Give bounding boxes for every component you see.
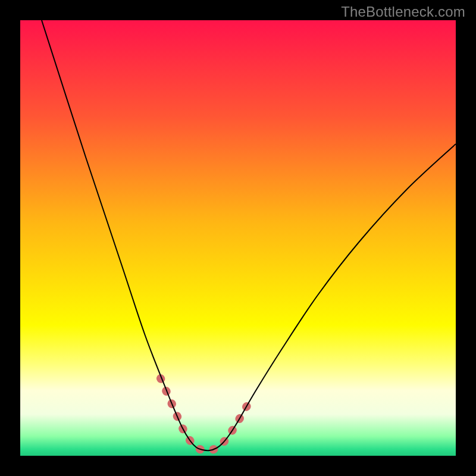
chart-plot-area xyxy=(20,20,456,456)
watermark-label: TheBottleneck.com xyxy=(341,4,465,20)
chart-background xyxy=(20,20,456,456)
chart-svg xyxy=(20,20,456,456)
